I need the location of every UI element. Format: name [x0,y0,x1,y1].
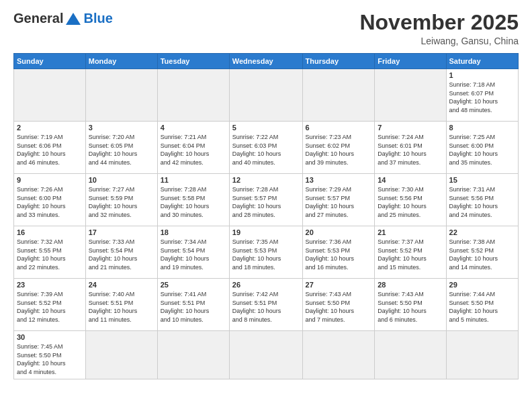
weekday-header-row: Sunday Monday Tuesday Wednesday Thursday… [14,54,519,69]
header-monday: Monday [85,54,157,69]
table-row: 3Sunrise: 7:20 AM Sunset: 6:05 PM Daylig… [85,122,157,174]
calendar-row: 30Sunrise: 7:45 AM Sunset: 5:50 PM Dayli… [14,331,519,379]
day-number: 30 [17,333,83,341]
logo-area: General Blue [13,11,113,26]
table-row: 10Sunrise: 7:27 AM Sunset: 5:59 PM Dayli… [85,174,157,226]
header-wednesday: Wednesday [229,54,302,69]
logo: General Blue [13,11,113,26]
day-info: Sunrise: 7:18 AM Sunset: 6:07 PM Dayligh… [449,81,515,114]
day-number: 11 [161,176,226,184]
month-title: November 2025 [359,11,519,34]
day-number: 3 [89,124,154,132]
day-number: 1 [449,71,515,79]
header-thursday: Thursday [302,54,375,69]
table-row [85,69,157,122]
header-sunday: Sunday [14,54,86,69]
day-info: Sunrise: 7:24 AM Sunset: 6:01 PM Dayligh… [378,133,443,167]
day-info: Sunrise: 7:41 AM Sunset: 5:51 PM Dayligh… [161,290,226,324]
table-row [446,331,518,379]
table-row [157,69,229,122]
table-row: 19Sunrise: 7:35 AM Sunset: 5:53 PM Dayli… [229,226,302,279]
day-number: 9 [17,176,83,184]
table-row: 7Sunrise: 7:24 AM Sunset: 6:01 PM Daylig… [375,122,446,174]
header-saturday: Saturday [446,54,518,69]
day-number: 13 [306,176,372,184]
day-info: Sunrise: 7:25 AM Sunset: 6:00 PM Dayligh… [449,133,515,167]
day-number: 14 [378,176,443,184]
table-row [302,331,375,379]
day-info: Sunrise: 7:44 AM Sunset: 5:50 PM Dayligh… [449,290,515,324]
day-info: Sunrise: 7:42 AM Sunset: 5:51 PM Dayligh… [232,290,300,324]
table-row: 16Sunrise: 7:32 AM Sunset: 5:55 PM Dayli… [14,226,86,279]
table-row [229,331,302,379]
day-number: 8 [449,124,515,132]
day-info: Sunrise: 7:22 AM Sunset: 6:03 PM Dayligh… [232,133,300,167]
day-number: 17 [89,228,154,236]
day-info: Sunrise: 7:28 AM Sunset: 5:58 PM Dayligh… [161,185,226,219]
calendar-row: 2Sunrise: 7:19 AM Sunset: 6:06 PM Daylig… [14,122,519,174]
table-row: 22Sunrise: 7:38 AM Sunset: 5:52 PM Dayli… [446,226,518,279]
day-number: 12 [232,176,300,184]
day-number: 20 [306,228,372,236]
logo-triangle-icon [66,13,81,25]
table-row [302,69,375,122]
day-number: 23 [17,281,83,289]
day-number: 29 [449,281,515,289]
header-tuesday: Tuesday [157,54,229,69]
day-number: 26 [232,281,300,289]
title-area: November 2025 Leiwang, Gansu, China [359,11,519,46]
day-info: Sunrise: 7:35 AM Sunset: 5:53 PM Dayligh… [232,238,300,271]
table-row: 29Sunrise: 7:44 AM Sunset: 5:50 PM Dayli… [446,279,518,331]
day-number: 18 [161,228,226,236]
day-info: Sunrise: 7:20 AM Sunset: 6:05 PM Dayligh… [89,133,154,167]
table-row: 4Sunrise: 7:21 AM Sunset: 6:04 PM Daylig… [157,122,229,174]
table-row: 30Sunrise: 7:45 AM Sunset: 5:50 PM Dayli… [14,331,86,379]
table-row [85,331,157,379]
day-number: 2 [17,124,83,132]
day-info: Sunrise: 7:37 AM Sunset: 5:52 PM Dayligh… [378,238,443,271]
day-number: 6 [306,124,372,132]
day-number: 28 [378,281,443,289]
day-number: 25 [161,281,226,289]
calendar-row: 23Sunrise: 7:39 AM Sunset: 5:52 PM Dayli… [14,279,519,331]
day-info: Sunrise: 7:32 AM Sunset: 5:55 PM Dayligh… [17,238,83,271]
table-row: 9Sunrise: 7:26 AM Sunset: 6:00 PM Daylig… [14,174,86,226]
day-number: 27 [306,281,372,289]
day-info: Sunrise: 7:27 AM Sunset: 5:59 PM Dayligh… [89,185,154,219]
table-row: 21Sunrise: 7:37 AM Sunset: 5:52 PM Dayli… [375,226,446,279]
day-info: Sunrise: 7:19 AM Sunset: 6:06 PM Dayligh… [17,133,83,167]
table-row: 15Sunrise: 7:31 AM Sunset: 5:56 PM Dayli… [446,174,518,226]
table-row: 20Sunrise: 7:36 AM Sunset: 5:53 PM Dayli… [302,226,375,279]
table-row [14,69,86,122]
day-info: Sunrise: 7:26 AM Sunset: 6:00 PM Dayligh… [17,185,83,219]
table-row: 8Sunrise: 7:25 AM Sunset: 6:00 PM Daylig… [446,122,518,174]
table-row: 24Sunrise: 7:40 AM Sunset: 5:51 PM Dayli… [85,279,157,331]
table-row: 13Sunrise: 7:29 AM Sunset: 5:57 PM Dayli… [302,174,375,226]
day-number: 24 [89,281,154,289]
day-info: Sunrise: 7:28 AM Sunset: 5:57 PM Dayligh… [232,185,300,219]
page: General Blue November 2025 Leiwang, Gans… [0,0,532,411]
table-row: 27Sunrise: 7:43 AM Sunset: 5:50 PM Dayli… [302,279,375,331]
day-info: Sunrise: 7:38 AM Sunset: 5:52 PM Dayligh… [449,238,515,271]
table-row: 23Sunrise: 7:39 AM Sunset: 5:52 PM Dayli… [14,279,86,331]
day-number: 10 [89,176,154,184]
table-row: 2Sunrise: 7:19 AM Sunset: 6:06 PM Daylig… [14,122,86,174]
table-row: 28Sunrise: 7:43 AM Sunset: 5:50 PM Dayli… [375,279,446,331]
day-number: 7 [378,124,443,132]
day-number: 5 [232,124,300,132]
day-number: 21 [378,228,443,236]
day-info: Sunrise: 7:43 AM Sunset: 5:50 PM Dayligh… [306,290,372,324]
day-number: 16 [17,228,83,236]
header: General Blue November 2025 Leiwang, Gans… [13,11,519,46]
table-row: 1Sunrise: 7:18 AM Sunset: 6:07 PM Daylig… [446,69,518,122]
calendar: Sunday Monday Tuesday Wednesday Thursday… [13,53,519,379]
table-row: 14Sunrise: 7:30 AM Sunset: 5:56 PM Dayli… [375,174,446,226]
day-info: Sunrise: 7:45 AM Sunset: 5:50 PM Dayligh… [17,342,83,376]
location-subtitle: Leiwang, Gansu, China [359,36,519,46]
day-info: Sunrise: 7:33 AM Sunset: 5:54 PM Dayligh… [89,238,154,271]
calendar-row: 16Sunrise: 7:32 AM Sunset: 5:55 PM Dayli… [14,226,519,279]
day-info: Sunrise: 7:34 AM Sunset: 5:54 PM Dayligh… [161,238,226,271]
calendar-row: 1Sunrise: 7:18 AM Sunset: 6:07 PM Daylig… [14,69,519,122]
day-info: Sunrise: 7:40 AM Sunset: 5:51 PM Dayligh… [89,290,154,324]
header-friday: Friday [375,54,446,69]
